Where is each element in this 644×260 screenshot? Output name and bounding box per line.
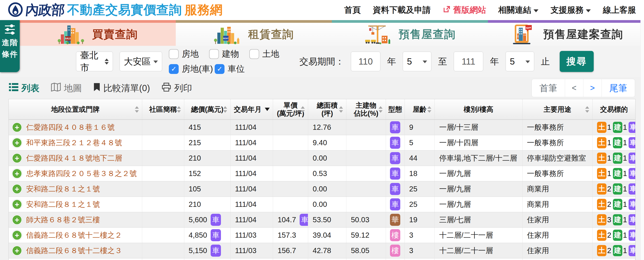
tab-rent-query[interactable]: RENT 租賃查詢 (176, 20, 332, 46)
tab-sale-query[interactable]: SALE 買賣查詢 (20, 20, 176, 46)
month-from-select[interactable]: 5 (403, 52, 431, 71)
nav-related-links[interactable]: 相關連結 (498, 4, 538, 16)
empty-cell (522, 259, 593, 260)
checkbox-checked-icon[interactable]: ✓ (169, 64, 179, 74)
sort-arrows-icon[interactable] (135, 106, 139, 113)
checkbox-icon[interactable] (249, 49, 259, 59)
expand-row-icon[interactable]: + (12, 153, 22, 163)
address-link[interactable]: 仁愛路四段４１８號地下二層 (26, 153, 122, 163)
col-header-unit-price[interactable]: 單價 (萬元/坪) (273, 99, 308, 119)
expand-row-icon[interactable]: + (12, 138, 22, 148)
table-row[interactable]: + 師大路６８巷２號三樓 5,600車 111/04 104.7車 53.50 … (9, 212, 635, 228)
sort-arrows-icon[interactable] (301, 106, 305, 113)
age-cell: 44 (405, 151, 435, 166)
expand-row-icon[interactable]: + (12, 122, 22, 132)
nav-old-site[interactable]: 舊版網站 (443, 4, 486, 16)
expand-row-icon[interactable]: + (12, 168, 22, 179)
pagination-last-button[interactable]: 尾筆 (602, 79, 635, 97)
sort-arrows-icon[interactable] (378, 106, 382, 113)
sort-arrows-icon[interactable] (427, 106, 431, 113)
nav-downloads[interactable]: 資料下載及申請 (373, 4, 431, 16)
table-row[interactable]: + 安和路二段８１之１號 105 111/04 0.00 車 25 一層/九層 … (9, 181, 635, 197)
type-badge: 華 (390, 214, 400, 226)
usage-cell: 停車場防空避難室 (522, 151, 593, 166)
nav-home[interactable]: 首頁 (344, 4, 361, 16)
tab-presale-project-query[interactable]: New 預售屋建案查詢 (488, 20, 644, 46)
pagination-prev-button[interactable]: < (565, 79, 583, 97)
table-row[interactable]: + 信義路二段６８號十二樓之３ 5,150車 111/03 156.7 42.7… (9, 243, 635, 259)
col-header-address[interactable]: 地段位置或門牌 (9, 99, 142, 119)
empty-cell (386, 259, 405, 260)
expand-row-icon[interactable]: + (12, 184, 22, 194)
address-link[interactable]: 師大路６８巷２號三樓 (26, 215, 100, 225)
view-map-button[interactable]: 地圖 (51, 82, 82, 94)
checkbox-building[interactable]: 建物 (209, 48, 239, 60)
district-select[interactable]: 大安區 (120, 52, 162, 71)
community-cell (142, 120, 184, 135)
checkbox-land[interactable]: 土地 (249, 48, 279, 60)
checkbox-icon[interactable] (209, 49, 219, 59)
year-to-input[interactable]: 111 (454, 52, 483, 71)
city-select[interactable]: 臺北市 (76, 52, 113, 71)
col-header-community[interactable]: 社區簡稱 (142, 99, 184, 119)
empty-cell (405, 259, 435, 260)
advanced-filters-tab[interactable]: 進階 條件 (0, 20, 20, 72)
year-from-input[interactable]: 110 (351, 52, 380, 71)
expand-row-icon[interactable]: + (12, 230, 22, 240)
checkbox-checked-icon[interactable]: ✓ (215, 64, 224, 74)
sort-arrows-icon[interactable] (223, 106, 227, 113)
table-row[interactable]: + 和平東路三段２１２巷４８號 215 111/04 9.40 車 5 一層/十… (9, 135, 635, 151)
compare-list-button[interactable]: 比較清單(0) (94, 82, 150, 94)
address-link[interactable]: 安和路二段８１之１號 (26, 184, 100, 194)
checkbox-icon[interactable] (169, 49, 179, 59)
month-to-select[interactable]: 5 (506, 52, 534, 71)
address-link[interactable]: 信義路二段６８號十二樓之３ (26, 246, 122, 256)
nav-support[interactable]: 支援服務 (550, 4, 591, 16)
table-row[interactable]: + 信義路二段６８號十二樓之２ 4,850車 111/03 157.3 39.0… (9, 228, 635, 243)
address-link[interactable]: 安和路二段８１之１號 (26, 200, 100, 210)
target-badge: 土 (597, 168, 606, 179)
unit-price-cell: 157.3 (273, 228, 308, 243)
table-row[interactable]: + 忠孝東路四段２０５巷３８之２號 152 111/04 0.53 車 18 一… (9, 166, 635, 181)
expand-row-icon[interactable]: + (12, 199, 22, 210)
view-list-button[interactable]: 列表 (9, 82, 39, 94)
address-link[interactable]: 仁愛路四段４０８巷１６號 (26, 122, 115, 132)
sort-arrows-icon[interactable] (339, 106, 343, 113)
expand-row-icon[interactable]: + (12, 246, 22, 256)
sliders-icon (4, 24, 16, 36)
unit-price-cell: 104.7車 (273, 212, 308, 227)
sort-arrows-icon[interactable] (585, 106, 589, 113)
sort-desc-icon[interactable] (265, 108, 270, 111)
address-link[interactable]: 信義路二段６８號十二樓之２ (26, 230, 122, 240)
chevron-down-icon (526, 60, 530, 63)
site-logo[interactable]: 內政部 不動產交易實價查詢 服務網 (8, 1, 223, 19)
col-header-total-price[interactable]: 總價(萬元) (184, 99, 230, 119)
col-header-area[interactable]: 總面積 (坪) (308, 99, 346, 119)
print-button[interactable]: 列印 (162, 82, 192, 94)
tab-presale-query[interactable]: 預售屋查詢 (332, 20, 488, 46)
col-header-main-ratio[interactable]: 主建物 佔比(%) (346, 99, 386, 119)
sort-arrows-icon[interactable] (177, 106, 181, 113)
nav-online-service[interactable]: 線上客服 (603, 4, 636, 16)
address-link[interactable]: 和平東路三段２１２巷４８號 (26, 138, 122, 148)
main-ratio-cell: 58.05 (346, 243, 386, 258)
checkbox-land-building-parking[interactable]: ✓ 房地(車) (169, 63, 213, 75)
table-row[interactable]: + 仁愛路四段４０８巷１６號 415 111/04 12.76 車 9 一層/十… (9, 120, 635, 135)
floor-cell: 十二層/二十一層 (435, 243, 522, 258)
expand-row-icon[interactable]: + (12, 215, 22, 225)
col-header-year-month[interactable]: 交易年月 (230, 99, 273, 119)
col-header-age[interactable]: 屋齡 (405, 99, 435, 119)
table-row[interactable]: + 仁愛路四段４１８號地下二層 210 111/04 0.00 車 44 停車場… (9, 151, 635, 166)
scrollbar-track[interactable] (640, 20, 644, 260)
checkbox-parking[interactable]: ✓ 車位 (215, 63, 245, 75)
chevron-down-icon (154, 60, 158, 63)
chevron-down-icon (422, 60, 427, 63)
pagination-next-button[interactable]: > (583, 79, 602, 97)
pagination-first-button[interactable]: 首筆 (532, 79, 565, 97)
address-link[interactable]: 忠孝東路四段２０５巷３８之２號 (26, 169, 137, 179)
checkbox-land-building[interactable]: 房地 (169, 48, 199, 60)
col-header-usage[interactable]: 主要用途 (522, 99, 593, 119)
search-button[interactable]: 搜尋 (560, 51, 594, 72)
table-row[interactable]: + 安和路二段８１之１號 210 111/04 0.00 車 25 一層/九層 … (9, 197, 635, 212)
target-badge: 車 (628, 168, 635, 179)
